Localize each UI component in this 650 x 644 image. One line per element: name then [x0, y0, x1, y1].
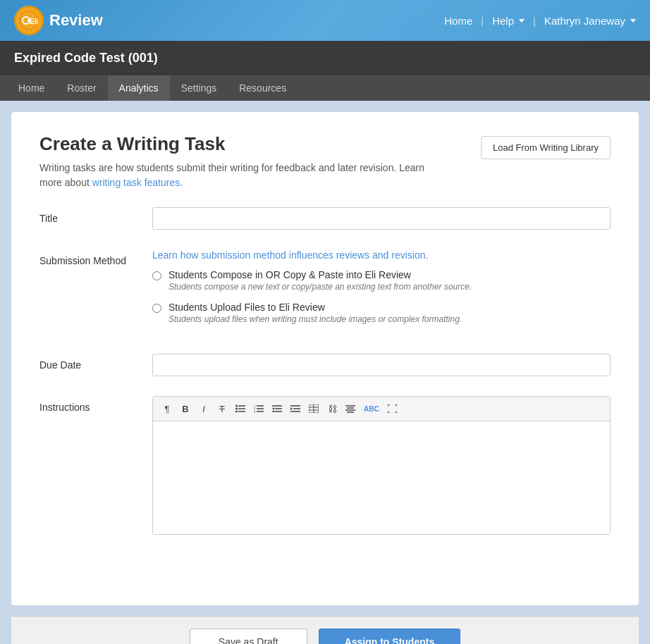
radio-compose[interactable]: [152, 271, 161, 280]
toolbar-outdent-btn[interactable]: [269, 400, 286, 417]
help-caret-icon: [519, 19, 525, 23]
load-library-button[interactable]: Load From Writing Library: [481, 136, 611, 159]
help-label: Help: [492, 15, 514, 27]
nav-tabs: Home Roster Analytics Settings Resources: [0, 75, 650, 101]
due-date-input[interactable]: [152, 354, 611, 376]
page-title-section: Create a Writing Task Writing tasks are …: [39, 133, 448, 190]
due-date-label: Due Date: [39, 354, 152, 371]
radio-compose-text: Students Compose in OR Copy & Paste into…: [168, 269, 472, 292]
due-date-field: [152, 354, 611, 376]
submission-method-field: Learn how submission method influences r…: [152, 249, 611, 334]
editor-toolbar: ¶ B I T 1.2.3.: [153, 397, 610, 421]
svg-marker-19: [272, 407, 274, 410]
instructions-field: ¶ B I T 1.2.3.: [152, 396, 611, 535]
course-title: Expired Code Test (001): [14, 51, 158, 65]
tab-roster[interactable]: Roster: [56, 75, 107, 101]
course-bar: Expired Code Test (001): [0, 41, 650, 75]
toolbar-spellcheck-btn[interactable]: ABC: [360, 400, 383, 417]
tab-resources[interactable]: Resources: [228, 75, 298, 101]
logo: Eli Review: [14, 6, 103, 35]
instructions-row: Instructions ¶ B I T 1.2.3.: [39, 396, 611, 535]
toolbar-bold-btn[interactable]: B: [177, 400, 194, 417]
header-help-dropdown[interactable]: Help: [492, 15, 525, 27]
save-draft-button[interactable]: Save as Draft: [190, 628, 307, 644]
nav-separator-1: |: [481, 15, 484, 27]
svg-text:Eli: Eli: [30, 18, 38, 25]
radio-upload-text: Students Upload Files to Eli Review Stud…: [168, 302, 462, 324]
due-date-row: Due Date: [39, 354, 611, 376]
submission-method-label: Submission Method: [39, 249, 152, 266]
nav-separator-2: |: [533, 15, 536, 27]
writing-task-features-link[interactable]: writing task features: [92, 177, 180, 188]
toolbar-paragraph-btn[interactable]: ¶: [159, 400, 176, 417]
instructions-editor[interactable]: [153, 421, 610, 534]
logo-icon: Eli: [14, 6, 44, 35]
header-nav: Home | Help | Kathryn Janeway: [444, 15, 636, 27]
tab-analytics[interactable]: Analytics: [108, 75, 170, 101]
radio-compose-description: Students compose a new text or copy/past…: [168, 282, 472, 292]
page-desc-text-2: .: [180, 177, 183, 188]
header-user-dropdown[interactable]: Kathryn Janeway: [544, 15, 636, 27]
radio-upload-label[interactable]: Students Upload Files to Eli Review: [168, 302, 325, 313]
svg-point-9: [235, 411, 238, 413]
radio-upload[interactable]: [152, 304, 161, 313]
svg-text:3.: 3.: [254, 410, 256, 414]
user-caret-icon: [630, 19, 636, 23]
toolbar-indent-btn[interactable]: [287, 400, 304, 417]
tab-home[interactable]: Home: [7, 75, 56, 101]
svg-point-8: [235, 408, 238, 410]
svg-point-7: [235, 405, 238, 407]
assign-students-button[interactable]: Assign to Students: [319, 628, 461, 644]
tab-settings[interactable]: Settings: [170, 75, 228, 101]
user-label: Kathryn Janeway: [544, 15, 625, 27]
radio-compose-label[interactable]: Students Compose in OR Copy & Paste into…: [168, 269, 411, 280]
toolbar-link-btn[interactable]: ⛓: [324, 400, 341, 417]
radio-upload-description: Students upload files when writing must …: [168, 314, 462, 324]
page-header: Create a Writing Task Writing tasks are …: [39, 133, 611, 190]
toolbar-fullscreen-btn[interactable]: [384, 400, 401, 417]
page-title: Create a Writing Task: [39, 133, 448, 155]
instructions-label: Instructions: [39, 396, 152, 413]
bottom-bar: Save as Draft Assign to Students: [11, 617, 639, 644]
title-input[interactable]: [152, 207, 611, 230]
toolbar-table-btn[interactable]: [305, 400, 322, 417]
toolbar-align-btn[interactable]: [342, 400, 359, 417]
header-home-link[interactable]: Home: [444, 15, 472, 27]
toolbar-ul-btn[interactable]: [232, 400, 249, 417]
radio-option-compose: Students Compose in OR Copy & Paste into…: [152, 269, 611, 292]
toolbar-italic-btn[interactable]: I: [195, 400, 212, 417]
header: Eli Review Home | Help | Kathryn Janeway: [0, 0, 650, 41]
title-field: [152, 207, 611, 230]
main-content: Create a Writing Task Writing tasks are …: [11, 112, 639, 605]
brand-name: Review: [49, 11, 103, 30]
title-label: Title: [39, 207, 152, 224]
radio-option-upload: Students Upload Files to Eli Review Stud…: [152, 302, 611, 324]
toolbar-ol-btn[interactable]: 1.2.3.: [250, 400, 267, 417]
title-row: Title: [39, 207, 611, 230]
toolbar-strikethrough-btn[interactable]: T: [214, 400, 231, 417]
submission-method-row: Submission Method Learn how submission m…: [39, 249, 611, 334]
page-description: Writing tasks are how students submit th…: [39, 161, 448, 190]
content-area: Create a Writing Task Writing tasks are …: [0, 101, 650, 644]
submission-method-link[interactable]: Learn how submission method influences r…: [152, 249, 611, 261]
editor-container: ¶ B I T 1.2.3.: [152, 396, 611, 535]
svg-marker-23: [290, 407, 293, 410]
